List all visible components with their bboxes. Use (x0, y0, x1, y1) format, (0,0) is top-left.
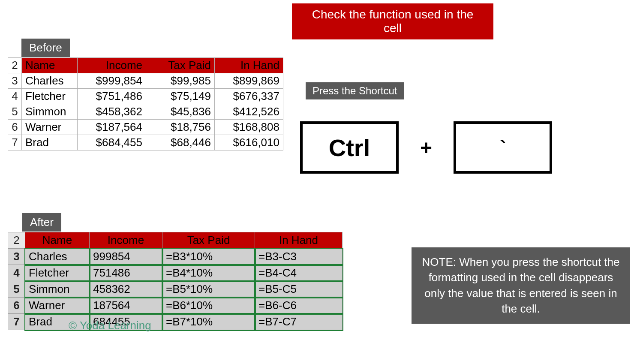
after-table: 2 Name Income Tax Paid In Hand 3 Charles… (8, 232, 343, 330)
cell-inhand[interactable]: =B5-C5 (255, 281, 343, 298)
cell-tax[interactable]: =B5*10% (162, 281, 255, 298)
cell-name[interactable]: Warner (25, 298, 90, 314)
header-inhand[interactable]: In Hand (215, 58, 283, 73)
cell-name[interactable]: Brad (22, 135, 78, 150)
before-label: Before (21, 39, 70, 57)
key-backtick: ` (454, 121, 552, 174)
cell-name[interactable]: Charles (25, 249, 90, 265)
cell-tax[interactable]: $75,149 (146, 89, 215, 104)
cell-income[interactable]: 751486 (90, 265, 162, 281)
after-label: After (22, 213, 61, 232)
header-income[interactable]: Income (90, 232, 162, 249)
cell-name[interactable]: Fletcher (22, 89, 78, 104)
cell-inhand[interactable]: =B3-C3 (255, 249, 343, 265)
cell-tax[interactable]: $18,756 (146, 120, 215, 135)
row-number[interactable]: 6 (8, 298, 25, 314)
note-box: NOTE: When you press the shortcut the fo… (412, 247, 630, 324)
cell-income[interactable]: 458362 (90, 281, 162, 298)
cell-inhand[interactable]: $676,337 (215, 89, 283, 104)
cell-tax[interactable]: $45,836 (146, 104, 215, 120)
cell-tax[interactable]: $68,446 (146, 135, 215, 150)
cell-income[interactable]: $187,564 (78, 120, 146, 135)
cell-name[interactable]: Simmon (25, 281, 90, 298)
cell-income[interactable]: 187564 (90, 298, 162, 314)
cell-tax[interactable]: =B3*10% (162, 249, 255, 265)
shortcut-label: Press the Shortcut (306, 82, 404, 99)
header-income[interactable]: Income (78, 58, 146, 73)
cell-income[interactable]: 999854 (90, 249, 162, 265)
cell-inhand[interactable]: =B6-C6 (255, 298, 343, 314)
row-number[interactable]: 5 (8, 281, 25, 298)
cell-name[interactable]: Charles (22, 73, 78, 89)
cell-inhand[interactable]: $899,869 (215, 73, 283, 89)
row-number[interactable]: 7 (8, 314, 25, 330)
cell-income[interactable]: $999,854 (78, 73, 146, 89)
cell-inhand[interactable]: $412,526 (215, 104, 283, 120)
row-number[interactable]: 6 (8, 120, 22, 135)
header-name[interactable]: Name (22, 58, 78, 73)
cell-income[interactable]: $684,455 (78, 135, 146, 150)
cell-tax[interactable]: =B4*10% (162, 265, 255, 281)
row-number[interactable]: 4 (8, 89, 22, 104)
cell-tax[interactable]: =B6*10% (162, 298, 255, 314)
cell-income[interactable]: $458,362 (78, 104, 146, 120)
cell-name[interactable]: Brad (25, 314, 90, 330)
shortcut-keys: Ctrl + ` (300, 121, 552, 174)
key-ctrl: Ctrl (300, 121, 399, 174)
cell-name[interactable]: Warner (22, 120, 78, 135)
cell-tax[interactable]: =B7*10% (162, 314, 255, 330)
cell-name[interactable]: Simmon (22, 104, 78, 120)
header-tax[interactable]: Tax Paid (162, 232, 255, 249)
cell-name[interactable]: Fletcher (25, 265, 90, 281)
row-number[interactable]: 2 (8, 58, 22, 73)
cell-inhand[interactable]: $168,808 (215, 120, 283, 135)
header-inhand[interactable]: In Hand (255, 232, 343, 249)
key-plus-icon: + (420, 136, 432, 159)
cell-income[interactable]: $751,486 (78, 89, 146, 104)
row-number[interactable]: 7 (8, 135, 22, 150)
title-banner: Check the function used in the cell (292, 3, 493, 39)
cell-inhand[interactable]: =B7-C7 (255, 314, 343, 330)
header-name[interactable]: Name (25, 232, 90, 249)
row-number[interactable]: 5 (8, 104, 22, 120)
cell-tax[interactable]: $99,985 (146, 73, 215, 89)
row-number[interactable]: 2 (8, 232, 25, 249)
cell-inhand[interactable]: =B4-C4 (255, 265, 343, 281)
row-number[interactable]: 3 (8, 249, 25, 265)
row-number[interactable]: 3 (8, 73, 22, 89)
header-tax[interactable]: Tax Paid (146, 58, 215, 73)
cell-income[interactable]: 684455 (90, 314, 162, 330)
row-number[interactable]: 4 (8, 265, 25, 281)
before-table: 2 Name Income Tax Paid In Hand 3 Charles… (8, 57, 283, 150)
cell-inhand[interactable]: $616,010 (215, 135, 283, 150)
